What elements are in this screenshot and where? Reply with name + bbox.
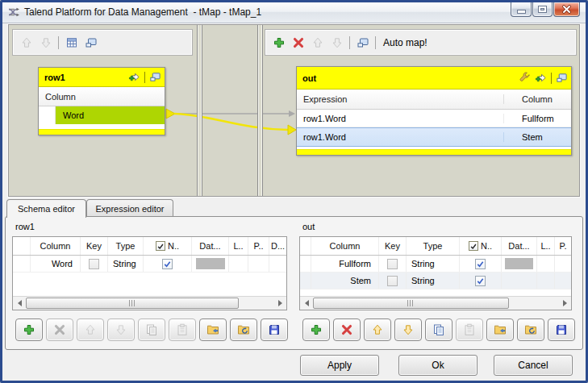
- expression-cell[interactable]: row1.Word: [297, 114, 504, 123]
- right-refresh-schema-button[interactable]: [517, 318, 544, 341]
- left-move-down-button[interactable]: [107, 318, 135, 341]
- schema-row-stem[interactable]: Stem String: [300, 273, 571, 289]
- left-table-hscrollbar[interactable]: [13, 296, 286, 310]
- left-sash-handle[interactable]: [197, 25, 202, 196]
- cell-default[interactable]: [269, 256, 286, 272]
- schema-row-word[interactable]: Word String: [13, 256, 286, 273]
- col-header-key[interactable]: Key: [81, 237, 108, 255]
- add-column-arrow-icon[interactable]: [128, 71, 140, 83]
- right-move-up-button[interactable]: [364, 318, 391, 341]
- cell-column[interactable]: Fullform: [311, 256, 379, 272]
- scroll-left-icon[interactable]: [300, 297, 313, 310]
- cell-length[interactable]: [537, 273, 555, 289]
- col-header-nullable[interactable]: N..: [144, 237, 192, 255]
- col-header-column[interactable]: Column: [31, 237, 81, 255]
- right-copy-button[interactable]: [425, 318, 452, 341]
- select-all-checkbox[interactable]: [469, 241, 478, 251]
- tab-expression-editor[interactable]: Expression editor: [86, 199, 173, 217]
- col-header-default[interactable]: D...: [269, 237, 286, 255]
- move-down-icon[interactable]: [39, 35, 52, 49]
- cancel-button[interactable]: Cancel: [494, 355, 573, 376]
- right-save-schema-button[interactable]: [548, 318, 575, 341]
- scroll-left-icon[interactable]: [13, 297, 26, 310]
- auto-map-button[interactable]: Auto map!: [382, 37, 427, 48]
- minimize-table-icon[interactable]: [84, 35, 98, 49]
- input-row-word[interactable]: Word: [39, 106, 165, 124]
- cell-column[interactable]: Word: [31, 256, 81, 272]
- expression-cell[interactable]: row1.Word: [297, 132, 504, 142]
- title-bar[interactable]: Talend Platform for Data Management - tM…: [2, 2, 586, 23]
- left-move-up-button[interactable]: [77, 318, 104, 341]
- minimize-table-icon[interactable]: [149, 71, 161, 83]
- right-table-hscrollbar[interactable]: [300, 296, 571, 310]
- left-add-column-button[interactable]: [15, 318, 43, 341]
- col-header-length[interactable]: L..: [537, 237, 555, 255]
- right-sash-handle[interactable]: [257, 25, 263, 196]
- apply-button[interactable]: Apply: [300, 355, 379, 376]
- output-move-down-icon[interactable]: [330, 35, 344, 49]
- cell-precision[interactable]: [555, 273, 571, 289]
- col-header-date[interactable]: Dat...: [192, 237, 229, 255]
- minimize-table-icon[interactable]: [556, 72, 568, 84]
- table-view-icon[interactable]: [65, 35, 78, 49]
- input-table-header[interactable]: row1: [39, 68, 165, 87]
- cell-type[interactable]: String: [108, 256, 144, 272]
- col-header-key[interactable]: Key: [379, 237, 407, 255]
- minimize-button[interactable]: [511, 2, 532, 17]
- output-row-fullform[interactable]: row1.Word Fullform: [297, 110, 571, 127]
- add-column-arrow-icon[interactable]: [535, 72, 547, 84]
- column-cell[interactable]: Stem: [504, 132, 571, 142]
- col-header-date[interactable]: Dat...: [502, 237, 537, 255]
- output-move-up-icon[interactable]: [311, 35, 324, 49]
- input-cell-word[interactable]: Word: [56, 106, 165, 124]
- left-refresh-schema-button[interactable]: [230, 318, 257, 341]
- schema-row-fullform[interactable]: Fullform String: [300, 256, 571, 273]
- col-header-type[interactable]: Type: [108, 237, 144, 255]
- col-header-length[interactable]: L..: [229, 237, 248, 255]
- ok-button[interactable]: Ok: [398, 355, 477, 376]
- left-save-schema-button[interactable]: [261, 318, 288, 341]
- cell-precision[interactable]: [248, 256, 269, 272]
- tab-schema-editor[interactable]: Schema editor: [6, 199, 86, 218]
- scrollbar-thumb[interactable]: [26, 298, 239, 309]
- right-paste-button[interactable]: [456, 318, 483, 341]
- output-table-header[interactable]: out: [297, 67, 571, 90]
- right-import-schema-button[interactable]: [486, 318, 514, 341]
- maximize-button[interactable]: [532, 2, 553, 17]
- col-header-precision[interactable]: P.: [555, 237, 571, 255]
- right-move-down-button[interactable]: [394, 318, 422, 341]
- cell-type[interactable]: String: [407, 273, 460, 289]
- close-button[interactable]: [553, 2, 580, 17]
- key-checkbox[interactable]: [387, 259, 398, 269]
- cell-length[interactable]: [229, 256, 248, 272]
- select-all-checkbox[interactable]: [156, 241, 165, 251]
- key-checkbox[interactable]: [89, 259, 99, 269]
- wrench-icon[interactable]: [519, 72, 531, 84]
- cell-length[interactable]: [537, 256, 555, 272]
- add-output-icon[interactable]: [272, 35, 286, 49]
- cell-column[interactable]: Stem: [311, 273, 379, 289]
- column-cell[interactable]: Fullform: [504, 114, 571, 123]
- right-add-column-button[interactable]: [302, 318, 330, 341]
- scroll-right-icon[interactable]: [273, 297, 286, 310]
- left-import-schema-button[interactable]: [199, 318, 227, 341]
- nullable-checkbox[interactable]: [475, 276, 486, 286]
- key-checkbox[interactable]: [387, 276, 398, 286]
- col-header-nullable[interactable]: N..: [460, 237, 502, 255]
- col-header-precision[interactable]: P..: [248, 237, 269, 255]
- left-copy-button[interactable]: [138, 318, 165, 341]
- minimize-table-icon[interactable]: [356, 35, 369, 49]
- scrollbar-thumb[interactable]: [313, 298, 509, 309]
- left-remove-column-button[interactable]: [46, 318, 73, 341]
- cell-precision[interactable]: [555, 256, 571, 272]
- remove-output-icon[interactable]: [291, 35, 305, 49]
- col-header-column[interactable]: Column: [311, 237, 379, 255]
- left-paste-button[interactable]: [169, 318, 196, 341]
- right-remove-column-button[interactable]: [333, 318, 361, 341]
- nullable-checkbox[interactable]: [475, 259, 486, 269]
- cell-type[interactable]: String: [407, 256, 460, 272]
- cell-date[interactable]: [502, 273, 537, 289]
- col-header-type[interactable]: Type: [407, 237, 460, 255]
- nullable-checkbox[interactable]: [162, 259, 173, 269]
- output-row-stem[interactable]: row1.Word Stem: [297, 127, 571, 147]
